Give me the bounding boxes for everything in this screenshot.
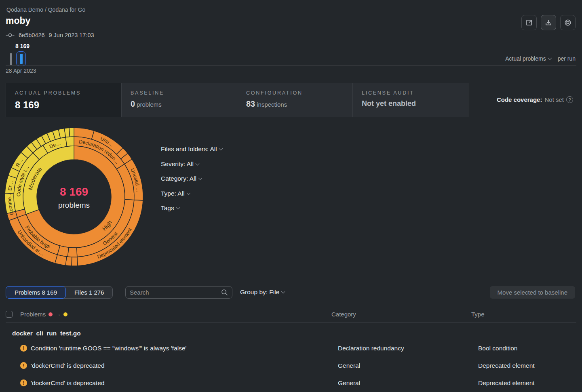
help-icon[interactable]: ? <box>566 96 573 103</box>
problem-text: 'dockerCmd' is deprecated <box>31 379 105 387</box>
table-header-divider <box>6 322 576 323</box>
table-row[interactable]: ! Condition 'runtime.GOOS == "windows"' … <box>6 339 576 357</box>
group-by-select[interactable]: Group by: File <box>240 289 285 296</box>
timeline-metric-label: Actual problems <box>505 55 546 62</box>
commit-hash: 6e5b0426 <box>19 32 45 38</box>
commit-date: 9 Jun 2023 17:03 <box>49 32 94 38</box>
open-report-button[interactable] <box>521 15 537 30</box>
page-title: moby <box>6 15 30 26</box>
commit-info[interactable]: 6e5b0426 9 Jun 2023 17:03 <box>6 32 94 38</box>
move-to-baseline-button[interactable]: Move selected to baseline <box>490 286 575 299</box>
problem-type: Deprecated element <box>478 362 535 369</box>
column-header-type[interactable]: Type <box>471 311 485 318</box>
card-suffix: inspections <box>257 101 287 108</box>
chevron-down-icon <box>186 191 190 195</box>
view-tabs: Problems 8 169 Files 1 276 <box>6 286 113 299</box>
card-suffix: problems <box>137 101 162 108</box>
card-label: BASELINE <box>131 90 228 96</box>
card-value: 0 <box>131 99 135 108</box>
filter-files-and-folders[interactable]: Files and folders: All <box>161 145 223 153</box>
card-configuration[interactable]: CONFIGURATION 83inspections <box>237 83 353 117</box>
moderate-severity-dot <box>63 312 67 316</box>
sort-arrow: → <box>55 311 61 317</box>
card-baseline[interactable]: BASELINE 0problems <box>121 83 237 117</box>
chevron-down-icon <box>196 161 200 165</box>
card-label: LICENSE AUDIT <box>362 90 459 96</box>
tab-files[interactable]: Files 1 276 <box>63 286 113 299</box>
card-value: 8 169 <box>15 99 112 111</box>
problems-sunburst-chart[interactable]: HighModerateDeclaration redun…GeneralPro… <box>3 126 145 268</box>
problem-category: General <box>338 362 360 369</box>
sunburst-segment[interactable] <box>67 247 77 257</box>
problem-type: Bool condition <box>478 345 517 352</box>
lifebuoy-icon <box>564 19 571 26</box>
download-report-button[interactable] <box>541 15 556 30</box>
chevron-down-icon <box>219 147 223 151</box>
problem-category: General <box>338 379 360 387</box>
high-severity-icon: ! <box>20 345 27 352</box>
card-license-audit[interactable]: LICENSE AUDIT Not yet enabled <box>352 83 468 117</box>
tab-problems[interactable]: Problems 8 169 <box>6 286 66 299</box>
card-actual-problems[interactable]: ACTUAL PROBLEMS 8 169 <box>6 83 122 117</box>
sunburst-segment[interactable] <box>64 128 70 137</box>
timeline-axis <box>6 65 576 65</box>
filter-severity[interactable]: Severity: All <box>161 160 223 168</box>
chevron-down-icon <box>176 206 180 210</box>
support-button[interactable] <box>560 15 576 30</box>
filter-tags[interactable]: Tags <box>161 204 223 212</box>
qodana-report-page: Qodana Demo / Qodana for Go moby <box>0 0 582 392</box>
high-severity-icon: ! <box>20 379 27 386</box>
table-row[interactable]: ! 'dockerCmd' is deprecated General Depr… <box>6 374 576 392</box>
column-header-problems[interactable]: Problems → <box>20 311 67 318</box>
header-actions <box>521 15 576 30</box>
filter-category[interactable]: Category: All <box>161 175 223 182</box>
card-label: ACTUAL PROBLEMS <box>15 90 112 96</box>
code-coverage-value: Not set <box>544 96 564 103</box>
filters: Files and folders: All Severity: All Cat… <box>161 145 223 212</box>
chevron-down-icon <box>198 176 202 180</box>
search-box <box>125 286 232 299</box>
card-value: Not yet enabled <box>362 99 459 108</box>
timeline-bar-current <box>20 54 23 64</box>
select-all-checkbox[interactable] <box>6 311 13 318</box>
chevron-down-icon <box>281 290 285 294</box>
summary-cards: ACTUAL PROBLEMS 8 169 BASELINE 0problems… <box>6 83 468 117</box>
problem-text: Condition 'runtime.GOOS == "windows"' is… <box>31 345 187 352</box>
sunburst-total-label: problems <box>58 201 90 209</box>
timeline-bar-previous[interactable] <box>10 53 12 65</box>
card-value: 83 <box>246 99 255 108</box>
chevron-down-icon <box>548 56 552 60</box>
timeline-start-date: 28 Apr 2023 <box>6 67 36 74</box>
problem-type: Deprecated element <box>478 379 535 387</box>
code-coverage-label: Code coverage: <box>497 96 542 103</box>
code-coverage: Code coverage: Not set ? <box>497 96 573 103</box>
timeline-selected-value: 8 169 <box>15 43 30 49</box>
high-severity-dot <box>48 312 53 316</box>
problem-category: Declaration redundancy <box>338 345 404 352</box>
filter-type[interactable]: Type: All <box>161 190 223 197</box>
search-icon <box>221 289 228 296</box>
sunburst-segment[interactable] <box>65 137 74 146</box>
sunburst-segment[interactable] <box>72 257 78 266</box>
column-header-category[interactable]: Category <box>331 311 356 318</box>
commit-icon <box>6 32 15 38</box>
timeline-unit-label: per run <box>558 55 576 62</box>
timeline-bar-selected[interactable] <box>16 51 26 66</box>
download-icon <box>545 19 552 26</box>
open-in-new-icon <box>525 19 533 26</box>
sunburst-total: 8 169 <box>60 185 88 198</box>
breadcrumb[interactable]: Qodana Demo / Qodana for Go <box>6 6 85 13</box>
sunburst-segment[interactable] <box>69 128 74 137</box>
card-label: CONFIGURATION <box>246 90 344 96</box>
search-input[interactable] <box>130 289 221 296</box>
file-group-row[interactable]: docker_cli_run_test.go <box>12 330 81 337</box>
problem-text: 'dockerCmd' is deprecated <box>31 362 105 369</box>
timeline-metric-select[interactable]: Actual problems per run <box>505 55 576 62</box>
high-severity-icon: ! <box>20 362 27 369</box>
table-row[interactable]: ! 'dockerCmd' is deprecated General Depr… <box>6 357 576 374</box>
